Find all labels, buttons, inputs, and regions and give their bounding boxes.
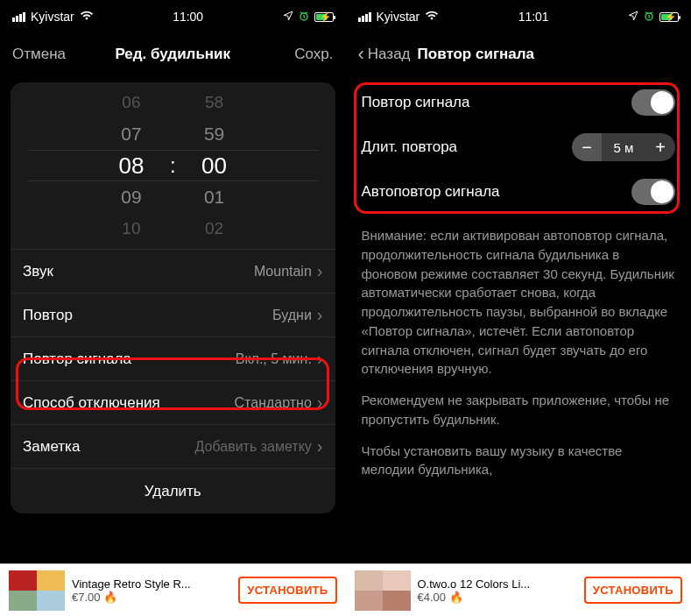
ad-title: O.two.o 12 Colors Li...: [418, 577, 584, 591]
cancel-button[interactable]: Отмена: [12, 46, 74, 63]
chevron-right-icon: ›: [317, 305, 323, 325]
ad-price: €7.00 🔥: [72, 591, 238, 604]
row-snooze-toggle: Повтор сигнала: [346, 81, 692, 124]
time-colon: :: [166, 153, 180, 178]
ad-banner[interactable]: Vintage Retro Style R... €7.00 🔥 УСТАНОВ…: [0, 563, 346, 616]
back-button[interactable]: ‹ Назад: [358, 45, 411, 64]
chevron-right-icon: ›: [317, 393, 323, 413]
clock-label: 11:01: [518, 10, 549, 24]
row-auto-snooze: Автоповтор сигнала: [346, 170, 692, 214]
ad-banner[interactable]: O.two.o 12 Colors Li... €4.00 🔥 УСТАНОВИ…: [346, 563, 692, 616]
carrier-label: Kyivstar: [31, 10, 74, 24]
row-label: Повтор сигнала: [23, 350, 131, 368]
stepper-minus-button[interactable]: −: [572, 133, 602, 161]
location-icon: [628, 10, 638, 24]
row-label: Повтор сигнала: [362, 94, 470, 111]
snooze-toggle[interactable]: [631, 89, 675, 116]
description-text: Внимание: если активирован автоповтор си…: [346, 214, 692, 479]
note-placeholder: Добавить заметку: [195, 439, 312, 455]
alarm-icon: [644, 10, 654, 24]
chevron-right-icon: ›: [317, 349, 323, 369]
chevron-right-icon: ›: [317, 436, 323, 457]
row-label: Заметка: [23, 438, 80, 456]
ad-price: €4.00 🔥: [418, 591, 584, 604]
nav-bar: ‹ Назад Повтор сигнала: [346, 33, 692, 75]
wifi-icon: [80, 10, 94, 24]
settings-group: Повтор сигнала Длит. повтора − 5 м + Авт…: [346, 75, 692, 214]
chevron-right-icon: ›: [317, 261, 323, 281]
page-title: Повтор сигнала: [411, 46, 617, 63]
chevron-left-icon: ‹: [358, 45, 364, 64]
stepper-value: 5 м: [602, 133, 645, 161]
signal-icon: [12, 12, 25, 22]
row-value: Вкл., 5 мин.: [236, 351, 312, 367]
row-sound[interactable]: Звук Mountain›: [11, 249, 335, 293]
carrier-label: Kyivstar: [377, 10, 420, 24]
ad-install-button[interactable]: УСТАНОВИТЬ: [238, 577, 336, 604]
page-title: Ред. будильник: [74, 46, 272, 63]
left-screen: Kyivstar 11:00 ⚡ Отмена Ред. будильник С…: [0, 0, 346, 616]
row-snooze-duration: Длит. повтора − 5 м +: [346, 124, 692, 170]
ad-install-button[interactable]: УСТАНОВИТЬ: [584, 577, 682, 604]
wifi-icon: [425, 10, 439, 24]
row-dismiss[interactable]: Способ отключения Стандартно›: [11, 380, 335, 424]
auto-snooze-toggle[interactable]: [631, 179, 675, 205]
signal-icon: [358, 12, 371, 22]
status-bar: Kyivstar 11:01 ⚡: [346, 0, 692, 33]
row-label: Способ отключения: [23, 394, 160, 412]
battery-icon: ⚡: [314, 12, 334, 22]
ad-title: Vintage Retro Style R...: [72, 577, 238, 591]
row-label: Длит. повтора: [362, 138, 458, 156]
row-value: Будни: [272, 308, 312, 323]
nav-bar: Отмена Ред. будильник Сохр.: [0, 33, 346, 75]
battery-icon: ⚡: [659, 12, 679, 22]
row-label: Автоповтор сигнала: [362, 183, 500, 201]
row-repeat[interactable]: Повтор Будни›: [11, 293, 335, 336]
right-screen: Kyivstar 11:01 ⚡ ‹ Назад Повтор сигнала: [346, 0, 692, 616]
duration-stepper: − 5 м +: [572, 133, 675, 161]
row-snooze[interactable]: Повтор сигнала Вкл., 5 мин.›: [11, 336, 335, 380]
save-button[interactable]: Сохр.: [272, 46, 334, 63]
ad-image: [9, 570, 65, 611]
clock-label: 11:00: [173, 10, 203, 24]
row-value: Mountain: [254, 264, 312, 280]
delete-button[interactable]: Удалить: [11, 468, 335, 513]
alarm-panel: 06 07 08 09 10 : 58 59 00 01 02 Звук Mou…: [11, 82, 335, 513]
alarm-icon: [299, 10, 309, 24]
minute-wheel[interactable]: 58 59 00 01 02: [180, 87, 250, 244]
location-icon: [283, 10, 293, 24]
row-label: Звук: [23, 263, 53, 280]
ad-image: [355, 570, 411, 611]
status-bar: Kyivstar 11:00 ⚡: [0, 0, 346, 33]
row-value: Стандартно: [235, 395, 312, 411]
time-picker[interactable]: 06 07 08 09 10 : 58 59 00 01 02: [11, 82, 335, 249]
stepper-plus-button[interactable]: +: [645, 133, 675, 161]
row-label: Повтор: [23, 307, 73, 324]
row-note[interactable]: Заметка Добавить заметку›: [11, 424, 335, 468]
hour-wheel[interactable]: 06 07 08 09 10: [96, 87, 166, 244]
